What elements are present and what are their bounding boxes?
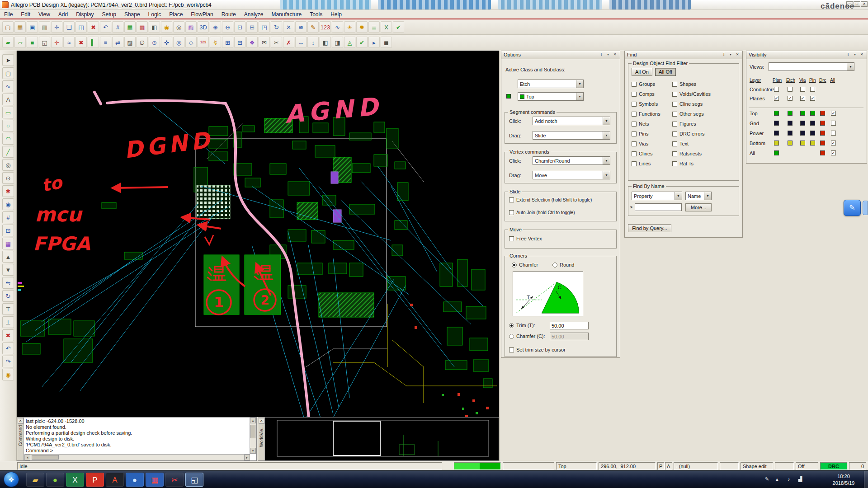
net-numbers-icon[interactable]: ¹²³ (198, 37, 209, 48)
chamfer-radio[interactable]: Chamfer (512, 262, 538, 267)
menu-place[interactable]: Place (165, 10, 187, 19)
undo-icon[interactable]: ↶ (100, 21, 111, 33)
gnd-pin-swatch[interactable] (810, 121, 815, 126)
menu-flowplan[interactable]: FlowPlan (187, 10, 217, 19)
menu-analyze[interactable]: Analyze (240, 10, 268, 19)
console-hscrollbar[interactable]: ◂ ▸ (24, 454, 250, 460)
rats-all-icon[interactable]: ≋ (295, 21, 307, 33)
circle-icon[interactable]: ○ (2, 120, 14, 131)
spectrum-icon[interactable]: ≣ (368, 21, 380, 33)
find-filter-cline-segs[interactable]: Cline segs (672, 101, 703, 107)
views-dropdown[interactable]: ▼ (769, 62, 854, 71)
find-filter-nets[interactable]: Nets (632, 121, 649, 127)
save-icon[interactable]: ▣ (27, 21, 38, 33)
shape-solid-icon[interactable]: ▰ (2, 37, 14, 48)
menu-route[interactable]: Route (217, 10, 240, 19)
active-layer-indicator[interactable]: Top (556, 462, 597, 470)
maximize-button[interactable]: □ (854, 1, 860, 7)
menu-display[interactable]: Display (72, 10, 98, 19)
chevron-down-icon[interactable]: ▼ (603, 157, 610, 164)
find-filter-clines[interactable]: Clines (632, 151, 653, 156)
trim-radio[interactable]: Trim (T): (509, 323, 535, 328)
delete-vertex-icon[interactable]: ✖ (75, 37, 87, 48)
label-123-icon[interactable]: 123 (320, 21, 331, 33)
round-radio[interactable]: Round (552, 262, 574, 267)
find-filter-text[interactable]: Text (672, 141, 689, 146)
allegro-pcb-icon[interactable]: A (106, 473, 124, 487)
pan-icon[interactable]: ✜ (161, 37, 172, 48)
menu-manufacture[interactable]: Manufacture (267, 10, 306, 19)
shape-up-icon[interactable]: ▲ (2, 251, 14, 263)
vertex-click-dropdown[interactable]: Chamfer/Round ▼ (533, 156, 610, 165)
zoom-window-icon[interactable]: ⊡ (2, 225, 14, 236)
find-filter-functions[interactable]: Functions (632, 111, 660, 117)
undo-icon[interactable]: ↶ (2, 343, 14, 354)
close-button[interactable]: ✕ (861, 1, 868, 7)
dock-icon[interactable]: ▾ (727, 52, 734, 58)
find-filter-groups[interactable]: Groups (632, 81, 655, 87)
origin-icon[interactable]: ✛ (51, 37, 62, 48)
menu-edit[interactable]: Edit (17, 10, 34, 19)
via-column-header[interactable]: Via (799, 78, 806, 83)
scroll-down-icon[interactable]: ▾ (250, 448, 256, 454)
find-filter-other-segs[interactable]: Other segs (672, 111, 704, 117)
unrats-all-icon[interactable]: ✕ (283, 21, 294, 33)
arc-icon[interactable]: ◠ (2, 133, 14, 145)
scroll-thumb[interactable] (250, 425, 255, 438)
menu-shape[interactable]: Shape (120, 10, 144, 19)
extend-selection-checkbox[interactable]: Extend Selection (hold Shift to toggle) (509, 197, 592, 202)
all-all-check[interactable]: ✓ (831, 150, 836, 155)
delete-net-icon[interactable]: ✗ (283, 37, 294, 48)
void-icon[interactable]: ∅ (137, 37, 148, 48)
set-trim-checkbox[interactable]: Set trim size by cursor (509, 347, 566, 352)
assign-color-icon[interactable]: ▨ (185, 21, 197, 33)
stretch-h-icon[interactable]: ↔ (295, 37, 307, 48)
drc-column-header[interactable]: Drc (819, 78, 826, 83)
worldview-map[interactable] (265, 418, 499, 460)
capture-cis-icon[interactable]: ▦ (146, 473, 164, 487)
shade-left-icon[interactable]: ◧ (320, 37, 331, 48)
menu-setup[interactable]: Setup (98, 10, 120, 19)
chevron-down-icon[interactable]: ▼ (675, 192, 682, 200)
tri-dot-icon[interactable]: ◬ (344, 37, 355, 48)
scroll-left-icon[interactable]: ◂ (24, 455, 30, 460)
highlight-icon[interactable]: ◉ (161, 21, 172, 33)
annotation-tool-tab[interactable] (863, 201, 868, 215)
pin-icon[interactable]: ⊙ (2, 172, 14, 184)
brightness-icon[interactable]: ☀ (344, 21, 355, 33)
padstack-icon[interactable]: ◱ (39, 37, 50, 48)
spline-icon[interactable]: ≈ (63, 37, 75, 48)
chevron-down-icon[interactable]: ▼ (603, 131, 610, 139)
find-filter-pins[interactable]: Pins (632, 131, 648, 136)
menu-tools[interactable]: Tools (306, 10, 326, 19)
all-on-button[interactable]: All On (632, 68, 652, 76)
scroll-up-icon[interactable]: ▴ (250, 418, 256, 423)
etch-edit-icon[interactable]: ∿ (2, 80, 14, 92)
color-icon[interactable]: ▦ (2, 238, 14, 249)
unanchor-icon[interactable]: ⊥ (2, 316, 14, 328)
trim-input[interactable] (550, 322, 589, 329)
online-drc-status[interactable]: Off (796, 462, 818, 470)
excel-icon[interactable]: X (66, 473, 84, 487)
chamfer-c-radio[interactable]: Chamfer (C): (509, 333, 545, 339)
grid-icon[interactable]: # (2, 211, 14, 223)
delete-icon[interactable]: ✖ (2, 329, 14, 341)
orcad-icon[interactable]: ● (126, 473, 144, 487)
power-pin-swatch[interactable] (810, 131, 815, 136)
dock-icon[interactable]: ▾ (852, 52, 858, 58)
tray-pen-icon[interactable]: ✎ (765, 476, 769, 482)
power-via-swatch[interactable] (800, 131, 805, 136)
planes-check[interactable]: ✓ (800, 96, 805, 101)
bar-icon[interactable]: ▍ (88, 37, 99, 48)
find-name-input[interactable] (635, 203, 682, 211)
subclass-dropdown[interactable]: Top ▼ (518, 92, 584, 101)
lightning-icon[interactable]: ↯ (210, 37, 221, 48)
check-icon[interactable]: ✔ (356, 37, 368, 48)
pdf-reader-icon[interactable]: P (86, 473, 104, 487)
find-name-dropdown[interactable]: Name ▼ (685, 192, 712, 200)
bottom-etch-swatch[interactable] (788, 141, 793, 145)
shape-outline-icon[interactable]: ▱ (14, 37, 26, 48)
rotate-icon[interactable]: ↻ (2, 290, 14, 302)
zoom-fit-icon[interactable]: ⊞ (246, 21, 258, 33)
copy-icon[interactable]: ❏ (63, 21, 75, 33)
